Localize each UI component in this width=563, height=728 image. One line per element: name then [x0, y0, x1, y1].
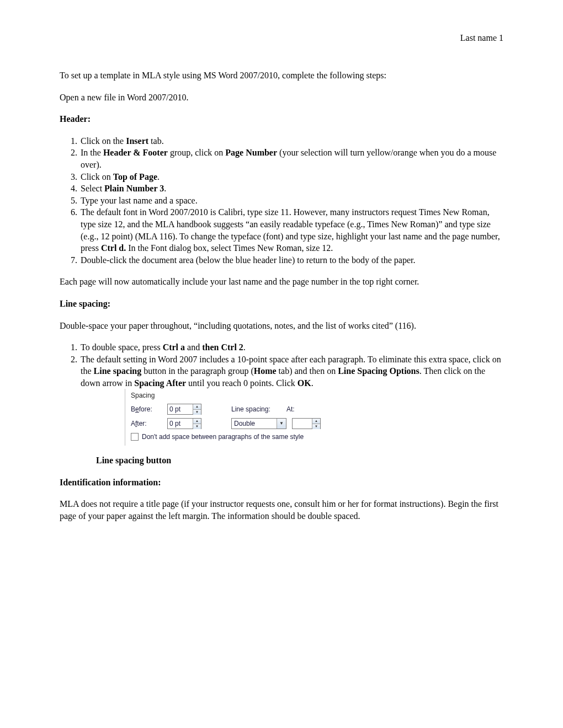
spin-arrows-icon[interactable]: ▲▼ [193, 419, 201, 429]
before-spinbox[interactable]: 0 pt ▲▼ [167, 404, 201, 415]
dont-add-space-row: Don't add space between paragraphs of th… [131, 432, 363, 441]
list-item: To double space, press Ctrl a and then C… [79, 341, 503, 354]
chevron-down-icon[interactable]: ▼ [277, 419, 286, 429]
list-item: Click on Top of Page. [79, 171, 503, 183]
spin-arrows-icon[interactable]: ▲▼ [193, 404, 201, 414]
dont-add-space-checkbox[interactable] [131, 433, 139, 441]
before-value: 0 pt [168, 404, 193, 414]
at-value [293, 419, 312, 429]
figure-caption: Line spacing button [96, 456, 503, 465]
identification-paragraph: MLA does not require a title page (if yo… [60, 498, 503, 522]
before-label: Before: [131, 405, 162, 414]
running-header: Last name 1 [60, 33, 503, 43]
dont-add-space-label: Don't add space between paragraphs of th… [142, 432, 304, 441]
spacing-dialog: Spacing Before: 0 pt ▲▼ Line spacing: At… [125, 389, 368, 445]
linespacing-steps-list: To double space, press Ctrl a and then C… [60, 341, 503, 446]
after-value: 0 pt [168, 419, 193, 429]
linespacing-label: Line spacing: [231, 405, 281, 414]
spacing-title: Spacing [131, 391, 363, 400]
open-file-paragraph: Open a new file in Word 2007/2010. [60, 92, 503, 104]
at-spinbox[interactable]: ▲▼ [292, 418, 321, 429]
section-heading-identification: Identification information: [60, 477, 503, 489]
after-spinbox[interactable]: 0 pt ▲▼ [167, 418, 201, 429]
linespacing-intro: Double-space your paper throughout, “inc… [60, 320, 503, 332]
after-label: After: [131, 419, 162, 428]
list-item: In the Header & Footer group, click on P… [79, 147, 503, 170]
spin-arrows-icon[interactable]: ▲▼ [312, 419, 320, 429]
linespacing-value: Double [232, 419, 277, 429]
page: Last name 1 To set up a template in MLA … [0, 0, 563, 522]
after-header-paragraph: Each page will now automatically include… [60, 276, 503, 288]
list-item: Select Plain Number 3. [79, 183, 503, 195]
list-item: Click on the Insert tab. [79, 135, 503, 147]
at-label: At: [286, 405, 303, 414]
list-item: The default font in Word 2007/2010 is Ca… [79, 206, 503, 254]
section-heading-header: Header: [60, 113, 503, 125]
header-steps-list: Click on the Insert tab. In the Header &… [60, 135, 503, 266]
section-heading-linespacing: Line spacing: [60, 298, 503, 310]
list-item: The default setting in Word 2007 include… [79, 354, 503, 446]
linespacing-combo[interactable]: Double ▼ [231, 418, 286, 429]
list-item: Double-click the document area (below th… [79, 254, 503, 266]
list-item: Type your last name and a space. [79, 195, 503, 207]
intro-paragraph: To set up a template in MLA style using … [60, 69, 503, 82]
